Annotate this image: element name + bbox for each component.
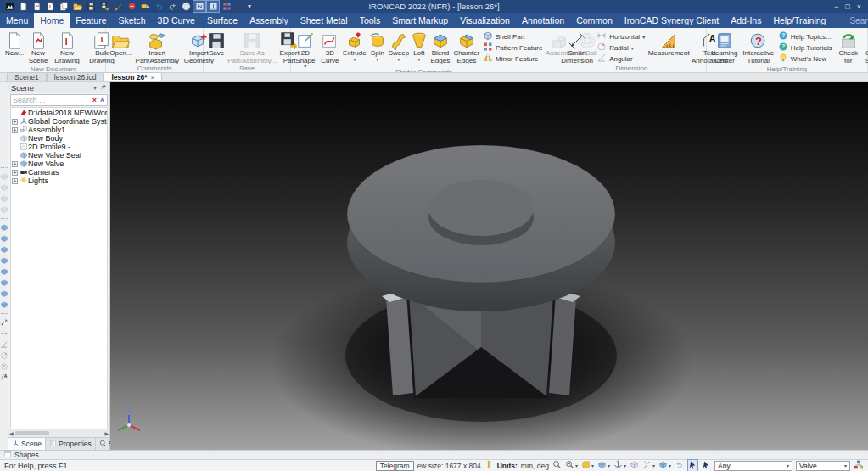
- panel-tab-scene[interactable]: Scene: [8, 438, 46, 450]
- shapes-bar[interactable]: Shapes: [0, 450, 868, 459]
- grid-toggle-icon[interactable]: [207, 1, 219, 12]
- help-topics-button[interactable]: ?Help Topics...: [776, 31, 834, 42]
- new-document-icon[interactable]: [17, 1, 29, 12]
- catalog-shape-4-icon[interactable]: [0, 205, 8, 214]
- what-s-new-button[interactable]: What's New: [776, 53, 834, 64]
- doc-tab-lesson-26-icd[interactable]: lesson 26.icd: [47, 72, 104, 81]
- tab-sheet-metal[interactable]: Sheet Metal: [294, 13, 354, 28]
- expand-icon[interactable]: +: [11, 170, 19, 176]
- maximize-button[interactable]: □: [845, 3, 849, 11]
- scene-search-input[interactable]: Search ... × *A: [10, 94, 108, 106]
- loft-button[interactable]: Loft▾: [410, 29, 428, 69]
- select-filter-icon[interactable]: [702, 460, 711, 471]
- tree-item-2d-profile9[interactable]: 2D Profile9 -: [11, 143, 107, 151]
- panel-chevron-down-icon[interactable]: ▾: [93, 84, 97, 92]
- save-icon[interactable]: [85, 1, 97, 12]
- tab-ironcad-synergy-client[interactable]: IronCAD Synergy Client: [619, 13, 725, 28]
- tree-item-lights[interactable]: +Lights: [11, 177, 107, 185]
- minimize-button[interactable]: −: [834, 3, 838, 11]
- 2d-shape-button[interactable]: 2D Shape▾: [293, 29, 318, 69]
- doc-tab-lesson-26[interactable]: lesson 26*×: [104, 72, 162, 81]
- panel-pin-icon[interactable]: [99, 83, 107, 93]
- extrude-button[interactable]: Extrude▾: [342, 29, 367, 69]
- check-for-updates-button[interactable]: Check for Updates: [834, 29, 863, 65]
- expand-icon[interactable]: +: [11, 119, 19, 125]
- color-palette-icon[interactable]: [221, 1, 232, 12]
- structure-icon[interactable]: [854, 460, 864, 471]
- tab-feature[interactable]: Feature: [70, 13, 112, 28]
- telegram-button[interactable]: Telegram: [376, 461, 414, 471]
- open-button[interactable]: Open...: [108, 29, 133, 64]
- list-view-icon[interactable]: [234, 1, 246, 12]
- shape-slab-icon[interactable]: [0, 234, 8, 243]
- catalog-shape-1-icon[interactable]: [0, 172, 8, 181]
- display-mode-dropdown[interactable]: ▾: [642, 460, 655, 471]
- radial-dimension-tool-icon[interactable]: [0, 351, 8, 360]
- tab-surface[interactable]: Surface: [201, 13, 244, 28]
- new-button[interactable]: New...: [3, 29, 25, 65]
- new-scene-button[interactable]: New Scene: [25, 29, 51, 65]
- tab-menu[interactable]: Menu: [0, 13, 34, 28]
- smart-dimension-tool-icon[interactable]: [0, 318, 8, 327]
- tab-assembly[interactable]: Assembly: [244, 13, 294, 28]
- tree-item-assembly1[interactable]: +Assembly1: [11, 126, 107, 134]
- shape-block-icon[interactable]: [0, 256, 8, 265]
- shape-plate-icon[interactable]: [0, 267, 8, 276]
- spin-button[interactable]: Spin▾: [367, 29, 388, 69]
- catalog-shape-3-icon[interactable]: [0, 194, 8, 203]
- new-scene-icon[interactable]: [31, 1, 42, 12]
- render-brush-icon[interactable]: [112, 1, 124, 12]
- contact-support-button[interactable]: Contact Support: [863, 29, 868, 65]
- 3d-curve-button[interactable]: 3D Curve: [318, 29, 342, 69]
- tree-item-new-body[interactable]: New Body: [11, 134, 107, 143]
- shape-wedge-icon[interactable]: [0, 278, 8, 287]
- tab-home[interactable]: Home: [34, 13, 70, 28]
- redo-icon[interactable]: [166, 1, 178, 12]
- selection-filter-any-dropdown[interactable]: Any▾: [714, 461, 792, 471]
- shape-cylinder-icon[interactable]: [0, 245, 8, 254]
- tree-item-new-valve-seat[interactable]: New Valve Seat: [11, 151, 107, 160]
- tree-item-cameras[interactable]: +Cameras: [11, 168, 107, 177]
- save-button[interactable]: Save: [205, 29, 227, 64]
- wireframe-cube-icon[interactable]: [630, 460, 639, 471]
- tab-annotation[interactable]: Annotation: [516, 13, 570, 28]
- bulk-drawing-icon[interactable]: I: [58, 1, 70, 12]
- command-search[interactable]: Search Commands...: [838, 13, 868, 28]
- select-tool-active[interactable]: [687, 459, 698, 471]
- camera-views-dropdown[interactable]: ▾: [581, 460, 594, 471]
- anchor-dropdown[interactable]: ▾: [613, 460, 626, 471]
- app-logo-icon[interactable]: [3, 1, 15, 12]
- shape-cube-icon[interactable]: [0, 289, 8, 298]
- shape-solid-icon[interactable]: [0, 300, 8, 309]
- tab-smart-markup[interactable]: Smart Markup: [386, 13, 454, 28]
- shape-box-icon[interactable]: [0, 223, 8, 232]
- horizontal-dimension-tool-icon[interactable]: [0, 329, 8, 338]
- catalog-shape-2-icon[interactable]: [0, 183, 8, 192]
- tree-item-global-coordinate-system[interactable]: +Global Coordinate System: [11, 117, 107, 126]
- tab-help-training[interactable]: Help/Training: [767, 13, 832, 28]
- scroll-left-icon[interactable]: ◀: [9, 430, 14, 436]
- new-drawing-button[interactable]: INew Drawing: [51, 29, 83, 65]
- close-button[interactable]: ×: [857, 3, 861, 11]
- tab-add-ins[interactable]: Add-Ins: [725, 13, 767, 28]
- blend-edges-button[interactable]: Blend Edges: [428, 29, 452, 69]
- clock-tool-icon[interactable]: [0, 362, 8, 371]
- triball-toggle-icon[interactable]: [180, 1, 192, 12]
- expand-icon[interactable]: +: [11, 178, 19, 184]
- new-drawing-icon[interactable]: I: [44, 1, 56, 12]
- expand-icon[interactable]: +: [11, 127, 19, 133]
- qat-more-icon[interactable]: ▾: [246, 3, 253, 10]
- scroll-right-icon[interactable]: ▶: [104, 430, 109, 436]
- filter-case-icon[interactable]: *A: [97, 95, 105, 105]
- close-tab-icon[interactable]: ×: [151, 74, 155, 81]
- mirror-feature-button[interactable]: Mirror Feature: [481, 53, 545, 64]
- tab-3d-curve[interactable]: 3D Curve: [152, 13, 201, 28]
- horizontal-button[interactable]: Horizontal▾: [595, 31, 647, 42]
- tree-horizontal-scrollbar[interactable]: ◀ ▶: [8, 429, 109, 437]
- sweep-button[interactable]: Sweep▾: [388, 29, 410, 69]
- undo-view-icon[interactable]: [675, 460, 684, 471]
- learning-center-button[interactable]: Learning Center: [708, 29, 741, 65]
- radial-button[interactable]: Radial▾: [595, 42, 647, 53]
- snap-toggle-icon[interactable]: [193, 1, 205, 12]
- insert-part-assembly-button[interactable]: Insert Part/Assembly: [133, 29, 181, 64]
